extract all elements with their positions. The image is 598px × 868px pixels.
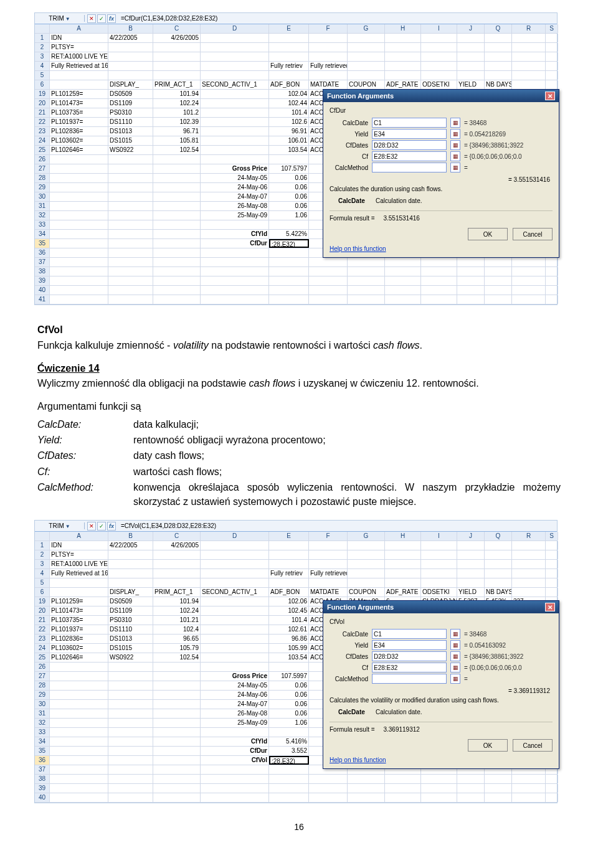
grid-cell[interactable] [457,286,485,295]
grid-cell[interactable] [201,634,269,643]
grid-cell[interactable] [201,34,269,42]
grid-cell[interactable] [50,239,108,248]
row-header[interactable]: 5 [35,71,50,80]
grid-cell[interactable] [50,784,108,793]
grid-cell[interactable] [153,765,201,774]
grid-cell[interactable] [348,71,385,80]
grid-cell[interactable] [108,211,153,220]
grid-cell[interactable] [153,700,201,709]
grid-cell[interactable]: YIELD [457,80,485,89]
grid-cell[interactable] [457,258,485,267]
grid-cell[interactable] [108,155,153,164]
grid-cell[interactable] [457,276,485,285]
row-header[interactable]: 19 [35,597,50,606]
grid-cell[interactable]: ADF_RATE [385,588,421,597]
grid-cell[interactable] [348,276,385,285]
grid-cell[interactable]: 0.06 [269,681,309,690]
grid-cell[interactable] [421,286,457,295]
col-header[interactable]: H [385,24,421,33]
grid-cell[interactable] [153,286,201,295]
grid-cell[interactable]: CfDur [201,747,269,755]
grid-cell[interactable]: PLTSY= [50,550,108,559]
grid-cell[interactable] [546,286,558,295]
col-header[interactable]: F [309,24,348,33]
grid-cell[interactable] [201,569,269,578]
grid-cell[interactable] [485,267,512,276]
help-link[interactable]: Help on this function [323,757,559,768]
grid-cell[interactable]: DS1013 [108,127,153,136]
grid-cell[interactable]: ADF_BON [269,80,309,89]
grid-cell[interactable] [153,737,201,746]
grid-cell[interactable] [201,541,269,550]
row-header[interactable]: 3 [35,52,50,61]
grid-cell[interactable] [201,258,269,267]
grid-cell[interactable]: PL103602= [50,136,108,145]
grid-cell[interactable] [512,569,546,578]
row-header[interactable]: 19 [35,90,50,98]
grid-cell[interactable] [269,34,309,42]
grid-cell[interactable] [348,34,385,42]
grid-cell[interactable] [348,52,385,61]
grid-cell[interactable] [269,578,309,587]
grid-cell[interactable] [108,52,153,61]
grid-cell[interactable] [546,276,558,285]
col-header[interactable]: H [385,532,421,540]
cancel-button[interactable]: Cancel [513,739,553,752]
grid-cell[interactable] [50,747,108,755]
grid-cell[interactable] [108,793,153,802]
grid-cell[interactable] [201,136,269,145]
grid-cell[interactable]: DISPLAY_ [108,588,153,597]
arg-input[interactable] [372,129,447,139]
row-header[interactable]: 22 [35,118,50,126]
arg-input[interactable] [372,651,447,661]
col-header[interactable]: E [269,24,309,33]
grid-cell[interactable] [153,784,201,793]
row-header[interactable]: 25 [35,146,50,154]
grid-cell[interactable] [153,681,201,690]
grid-cell[interactable] [348,793,385,802]
grid-cell[interactable]: 24-May-06 [201,183,269,192]
cancel-button[interactable]: Cancel [513,228,553,240]
col-header[interactable]: I [421,24,457,33]
grid-cell[interactable] [457,550,485,559]
row-header[interactable]: 24 [35,136,50,145]
col-header[interactable]: E [269,532,309,540]
grid-cell[interactable]: 101.2 [153,108,201,117]
grid-cell[interactable]: PL101937= [50,118,108,126]
grid-cell[interactable] [201,276,269,285]
grid-cell[interactable] [201,728,269,737]
row-header[interactable]: 26 [35,155,50,164]
grid-cell[interactable] [421,52,457,61]
grid-cell[interactable] [269,52,309,61]
grid-cell[interactable]: MATDATE [309,80,348,89]
grid-cell[interactable] [50,578,108,587]
grid-cell[interactable]: PL102646= [50,146,108,154]
grid-cell[interactable] [201,118,269,126]
grid-cell[interactable] [309,560,348,568]
grid-cell[interactable] [50,267,108,276]
grid-cell[interactable] [50,202,108,210]
grid-cell[interactable] [269,220,309,229]
grid-cell[interactable] [269,155,309,164]
grid-cell[interactable]: PRIM_ACT_1 [153,588,201,597]
grid-cell[interactable] [108,43,153,52]
row-header[interactable]: 20 [35,606,50,615]
grid-cell[interactable] [309,578,348,587]
name-box[interactable]: TRIM▼ [35,15,85,22]
row-header[interactable]: 37 [35,258,50,267]
grid-cell[interactable]: 107.5797 [269,164,309,173]
row-header[interactable]: 28 [35,681,50,690]
grid-cell[interactable]: CfVol [201,756,269,765]
row-header[interactable]: 6 [35,588,50,597]
grid-cell[interactable] [421,541,457,550]
grid-cell[interactable] [108,248,153,257]
grid-cell[interactable]: Fully retriev [269,62,309,70]
grid-cell[interactable]: 105.79 [153,644,201,653]
grid-cell[interactable]: DS1015 [108,644,153,653]
grid-cell[interactable] [201,784,269,793]
col-header[interactable]: R [512,532,546,540]
grid-cell[interactable]: ODSETKI [421,80,457,89]
grid-cell[interactable] [153,691,201,699]
grid-cell[interactable] [201,155,269,164]
grid-cell[interactable] [385,569,421,578]
